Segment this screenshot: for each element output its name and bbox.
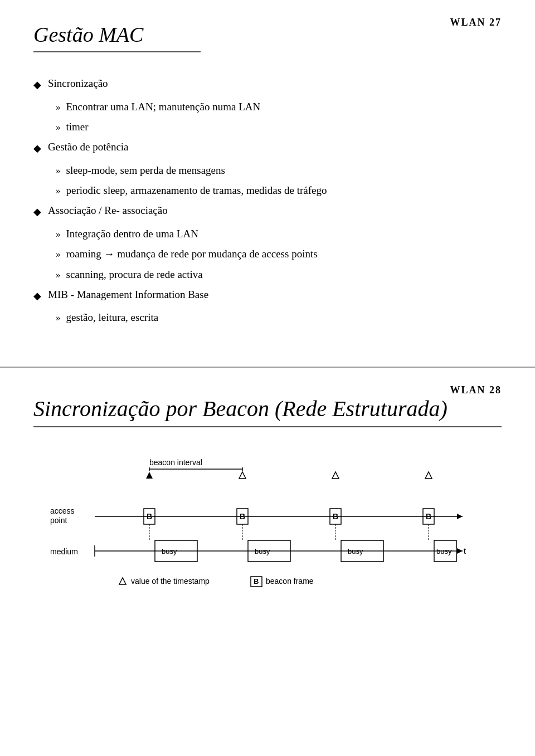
slide1: WLAN 27 Gestão MAC ◆ Sincronização » Enc… (0, 0, 535, 368)
page: WLAN 27 Gestão MAC ◆ Sincronização » Enc… (0, 0, 535, 756)
bullet-sincronizacao-text: Sincronização (48, 75, 108, 92)
access-point-label-line2: point (50, 516, 67, 525)
sub-encontrar-text: Encontrar uma LAN; manutenção numa LAN (66, 98, 261, 116)
slide2-number: WLAN 28 (450, 384, 502, 396)
bullet-associacao-text: Associação / Re- associação (48, 202, 168, 220)
ap-arrow (457, 514, 463, 519)
timestamp-triangle-2 (239, 472, 246, 479)
ap-b-text-4: B (426, 512, 431, 521)
busy-text-2: busy (255, 547, 270, 555)
slide2: WLAN 28 Sincronização por Beacon (Rede E… (0, 368, 535, 756)
bullet-diamond-4: ◆ (33, 287, 41, 305)
sub-arrow-4: » (56, 183, 61, 199)
t-label: t (464, 547, 466, 555)
sub-sleep: » sleep-mode, sem perda de mensagens (56, 162, 502, 179)
diagram-container: beacon interval access point (50, 455, 502, 611)
timestamp-triangle-4 (425, 472, 432, 479)
slide1-content: ◆ Sincronização » Encontrar uma LAN; man… (33, 75, 502, 327)
medium-arrow (457, 548, 463, 554)
sub-arrow-7: » (56, 267, 61, 284)
bullet-diamond-1: ◆ (33, 76, 41, 94)
sub-timer: » timer (56, 118, 502, 136)
bullet-associacao: ◆ Associação / Re- associação (33, 202, 502, 221)
arrow-right-icon: → (104, 248, 115, 260)
sub-integracao: » Integração dentro de uma LAN (56, 225, 502, 243)
sub-arrow-5: » (56, 227, 61, 243)
bullet-gestao-text: Gestão de potência (48, 138, 129, 156)
sub-arrow-3: » (56, 163, 61, 179)
sub-arrow-6: » (56, 247, 61, 263)
beacon-interval-label: beacon interval (149, 458, 202, 467)
timestamp-triangle-3 (332, 472, 339, 479)
sub-arrow-1: » (56, 100, 61, 116)
sub-gestao-text: gestão, leitura, escrita (66, 309, 159, 326)
sub-scanning: » scanning, procura de rede activa (56, 266, 502, 284)
beacon-diagram: beacon interval access point (50, 455, 485, 611)
legend-timestamp-triangle (119, 578, 126, 584)
sub-periodic: » periodic sleep, armazenamento de trama… (56, 182, 502, 199)
busy-text-3: busy (348, 547, 363, 555)
sub-timer-text: timer (66, 118, 89, 136)
access-point-label-line1: access (50, 506, 75, 515)
slide1-title: Gestão MAC (33, 22, 201, 52)
sub-integracao-text: Integração dentro de uma LAN (66, 225, 198, 243)
legend-timestamp-text: value of the timestamp (131, 577, 210, 586)
sub-roaming-text: roaming → mudança de rede por mudança de… (66, 245, 318, 263)
sub-roaming: » roaming → mudança de rede por mudança … (56, 245, 502, 263)
legend-beacon-text: beacon frame (266, 577, 314, 586)
sub-periodic-text: periodic sleep, armazenamento de tramas,… (66, 182, 327, 199)
bullet-sincronizacao: ◆ Sincronização (33, 75, 502, 94)
sub-gestao: » gestão, leitura, escrita (56, 309, 502, 326)
sub-sleep-text: sleep-mode, sem perda de mensagens (66, 162, 225, 179)
slide2-title: Sincronização por Beacon (Rede Estrutura… (33, 396, 502, 427)
bullet-diamond-3: ◆ (33, 203, 41, 221)
bullet-mib-text: MIB - Management Information Base (48, 286, 208, 304)
sub-scanning-text: scanning, procura de rede activa (66, 266, 203, 284)
ap-b-text-3: B (333, 512, 338, 521)
slide1-number: WLAN 27 (450, 17, 502, 28)
ap-b-text-2: B (240, 512, 245, 521)
sub-arrow-8: » (56, 310, 61, 326)
ap-b-text-1: B (147, 512, 152, 521)
sub-encontrar: » Encontrar uma LAN; manutenção numa LAN (56, 98, 502, 116)
bullet-gestao: ◆ Gestão de potência (33, 138, 502, 157)
sub-arrow-2: » (56, 120, 61, 136)
bullet-diamond-2: ◆ (33, 140, 41, 157)
busy-text-4: busy (436, 547, 452, 555)
timestamp-triangle-1 (146, 472, 153, 479)
busy-text-1: busy (162, 547, 177, 555)
bullet-mib: ◆ MIB - Management Information Base (33, 286, 502, 305)
legend-beacon-b: B (254, 577, 259, 586)
medium-label: medium (50, 547, 78, 556)
